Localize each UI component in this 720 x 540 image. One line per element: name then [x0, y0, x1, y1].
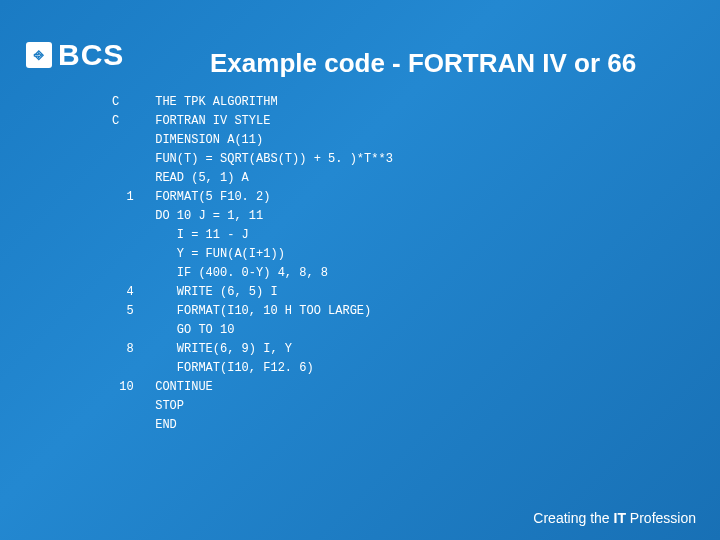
footer-suffix: Profession: [626, 510, 696, 526]
code-line: END: [112, 415, 393, 434]
code-line: 4 WRITE (6, 5) I: [112, 282, 393, 301]
code-line: GO TO 10: [112, 320, 393, 339]
slide: ⎆ BCS Example code - FORTRAN IV or 66 C …: [0, 0, 720, 540]
code-line: FORMAT(I10, F12. 6): [112, 358, 393, 377]
code-line: READ (5, 1) A: [112, 168, 393, 187]
logo-text: BCS: [58, 38, 124, 72]
logo-glyph: ⎆: [34, 46, 44, 64]
code-line: C FORTRAN IV STYLE: [112, 111, 393, 130]
footer-tagline: Creating the IT Profession: [533, 510, 696, 526]
code-line: DO 10 J = 1, 11: [112, 206, 393, 225]
code-line: DIMENSION A(11): [112, 130, 393, 149]
footer-prefix: Creating the: [533, 510, 613, 526]
logo: ⎆ BCS: [26, 38, 124, 72]
footer-bold: IT: [614, 510, 626, 526]
code-line: 1 FORMAT(5 F10. 2): [112, 187, 393, 206]
code-block: C THE TPK ALGORITHMC FORTRAN IV STYLE DI…: [112, 92, 393, 434]
code-line: IF (400. 0-Y) 4, 8, 8: [112, 263, 393, 282]
logo-badge-icon: ⎆: [26, 42, 52, 68]
code-line: C THE TPK ALGORITHM: [112, 92, 393, 111]
code-line: FUN(T) = SQRT(ABS(T)) + 5. )*T**3: [112, 149, 393, 168]
code-line: I = 11 - J: [112, 225, 393, 244]
code-line: Y = FUN(A(I+1)): [112, 244, 393, 263]
code-line: 10 CONTINUE: [112, 377, 393, 396]
code-line: 5 FORMAT(I10, 10 H TOO LARGE): [112, 301, 393, 320]
slide-title: Example code - FORTRAN IV or 66: [210, 48, 636, 79]
code-line: 8 WRITE(6, 9) I, Y: [112, 339, 393, 358]
code-line: STOP: [112, 396, 393, 415]
